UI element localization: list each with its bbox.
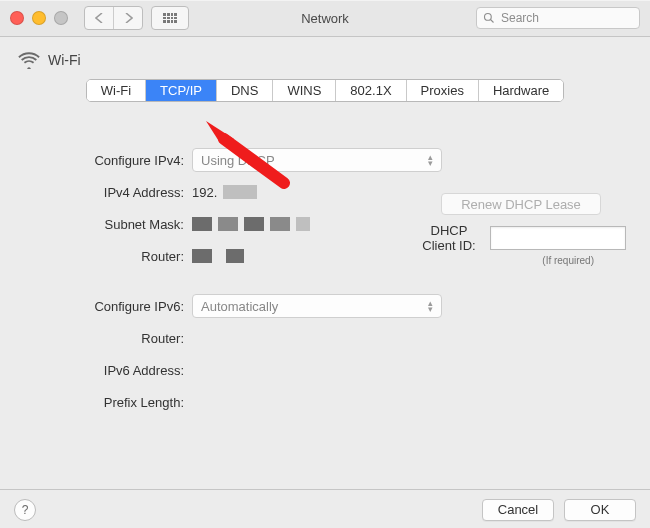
svg-marker-2 (206, 121, 234, 143)
ipv4-address-value: 192. (192, 185, 217, 200)
window-controls (10, 11, 68, 25)
tab-hardware[interactable]: Hardware (479, 80, 563, 101)
chevrons-icon: ▴▾ (428, 300, 433, 312)
tab-wins[interactable]: WINS (273, 80, 336, 101)
grid-icon (163, 13, 177, 23)
dhcp-client-id-label: DHCP Client ID: (416, 223, 482, 253)
show-all-button[interactable] (151, 6, 189, 30)
ipv6-router-label: Router: (24, 331, 192, 346)
ipv4-address-label: IPv4 Address: (24, 185, 192, 200)
zoom-window-button[interactable] (54, 11, 68, 25)
configure-ipv6-popup[interactable]: Automatically ▴▾ (192, 294, 442, 318)
dhcp-required-note: (If required) (416, 255, 626, 266)
back-button[interactable] (85, 7, 114, 29)
redacted-block (223, 185, 257, 199)
service-header: Wi-Fi (18, 51, 636, 69)
chevrons-icon: ▴▾ (428, 154, 433, 166)
svg-point-0 (485, 14, 492, 21)
configure-ipv4-popup[interactable]: Using DHCP ▴▾ (192, 148, 442, 172)
configure-ipv6-value: Automatically (201, 299, 278, 314)
cancel-button[interactable]: Cancel (482, 499, 554, 521)
search-field[interactable] (476, 7, 640, 29)
ipv4-router-label: Router: (24, 249, 192, 264)
help-button[interactable]: ? (14, 499, 36, 521)
tab-dns[interactable]: DNS (217, 80, 273, 101)
service-name: Wi-Fi (48, 52, 81, 68)
ok-button[interactable]: OK (564, 499, 636, 521)
tab-bar: Wi-FiTCP/IPDNSWINS802.1XProxiesHardware (14, 79, 636, 102)
footer: ? Cancel OK (0, 489, 650, 528)
dhcp-client-id-input[interactable] (490, 226, 626, 250)
svg-line-1 (491, 20, 494, 23)
configure-ipv4-value: Using DHCP (201, 153, 275, 168)
close-window-button[interactable] (10, 11, 24, 25)
titlebar: Network (0, 0, 650, 37)
wifi-icon (18, 51, 40, 69)
tab-802-1x[interactable]: 802.1X (336, 80, 406, 101)
subnet-mask-label: Subnet Mask: (24, 217, 192, 232)
tcpip-form: Configure IPv4: Using DHCP ▴▾ IPv4 Addre… (24, 146, 626, 416)
search-icon (483, 12, 495, 24)
tab-tcp-ip[interactable]: TCP/IP (146, 80, 217, 101)
nav-arrows (84, 6, 143, 30)
configure-ipv6-label: Configure IPv6: (24, 299, 192, 314)
tab-wi-fi[interactable]: Wi-Fi (87, 80, 146, 101)
configure-ipv4-label: Configure IPv4: (24, 153, 192, 168)
dhcp-controls: Renew DHCP Lease DHCP Client ID: (If req… (416, 193, 626, 266)
renew-dhcp-button[interactable]: Renew DHCP Lease (441, 193, 601, 215)
search-input[interactable] (499, 10, 633, 26)
main-pane: Wi-Fi Wi-FiTCP/IPDNSWINS802.1XProxiesHar… (0, 37, 650, 489)
help-icon: ? (22, 503, 29, 517)
ipv6-address-label: IPv6 Address: (24, 363, 192, 378)
tab-proxies[interactable]: Proxies (407, 80, 479, 101)
prefix-length-label: Prefix Length: (24, 395, 192, 410)
forward-button[interactable] (114, 7, 142, 29)
minimize-window-button[interactable] (32, 11, 46, 25)
